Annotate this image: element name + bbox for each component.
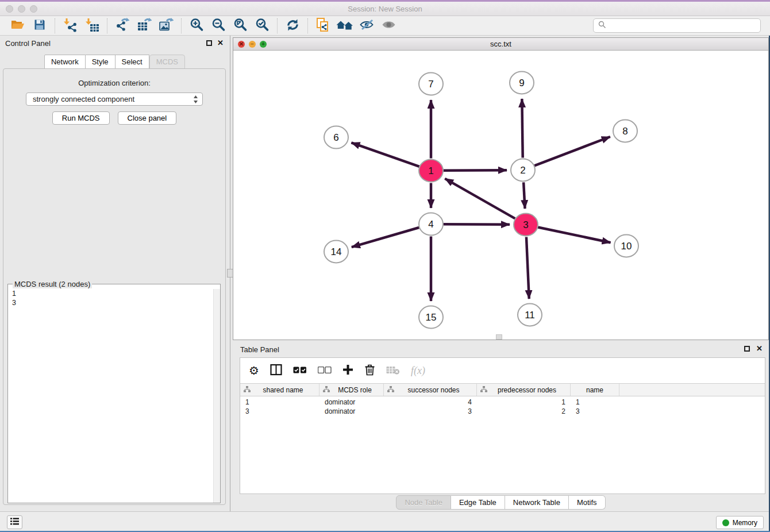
canvas-scroll-handle[interactable]: [496, 334, 502, 340]
network-minimize-button[interactable]: −: [249, 41, 256, 48]
edge-4-3[interactable]: [443, 224, 510, 225]
minimize-window-button[interactable]: [18, 5, 25, 13]
node-9[interactable]: 9: [510, 72, 534, 94]
export-image-button[interactable]: [155, 17, 177, 34]
edge-2-3[interactable]: [523, 182, 525, 209]
cell-name[interactable]: 3: [571, 407, 619, 417]
edge-1-2[interactable]: [443, 170, 507, 171]
cell-shared-name[interactable]: 1: [240, 398, 319, 407]
tab-motifs[interactable]: Motifs: [569, 495, 606, 510]
node-1[interactable]: 1: [419, 160, 443, 182]
network-graph: 1234678910111415: [233, 51, 768, 340]
toolbar-separator: [181, 18, 182, 33]
float-panel-icon[interactable]: [206, 40, 212, 46]
function-builder-icon: f(x): [411, 365, 425, 377]
tab-node-table[interactable]: Node Table: [396, 495, 451, 510]
edge-2-9[interactable]: [522, 99, 522, 158]
import-network-button[interactable]: [59, 17, 81, 34]
tab-select[interactable]: Select: [116, 55, 149, 69]
close-window-button[interactable]: [6, 5, 13, 13]
network-window-titlebar[interactable]: ✕ − + scc.txt: [233, 38, 768, 51]
zoom-out-button[interactable]: [207, 17, 229, 34]
function-builder-button[interactable]: f(x): [411, 365, 425, 377]
edge-4-14[interactable]: [352, 228, 419, 247]
node-10[interactable]: 10: [614, 235, 638, 257]
table-settings-button[interactable]: ⚙: [249, 365, 259, 376]
network-close-button[interactable]: ✕: [238, 41, 245, 48]
cell-shared-name[interactable]: 3: [240, 407, 319, 417]
task-history-button[interactable]: [7, 515, 22, 529]
node-2[interactable]: 2: [511, 159, 535, 182]
tab-mcds[interactable]: MCDS: [149, 55, 185, 70]
mcds-result-box: MCDS result (2 nodes) 13: [7, 284, 221, 503]
export-table-button[interactable]: [133, 17, 155, 34]
cell-predecessor-nodes[interactable]: 2: [477, 407, 571, 417]
cell-name[interactable]: 1: [571, 398, 619, 407]
run-mcds-button[interactable]: Run MCDS: [52, 111, 110, 125]
edge-3-10[interactable]: [538, 227, 611, 242]
column-header-MCDS-role[interactable]: MCDS role: [319, 384, 384, 396]
node-14[interactable]: 14: [324, 241, 348, 263]
column-header-predecessor-nodes[interactable]: predecessor nodes: [477, 384, 571, 396]
zoom-fit-icon: [233, 17, 248, 34]
edge-3-1[interactable]: [445, 179, 515, 218]
cell-MCDS-role[interactable]: dominator: [319, 407, 384, 417]
criterion-select[interactable]: strongly connected component: [26, 92, 203, 106]
unselect-all-columns-button[interactable]: [318, 367, 332, 375]
cell-successor-nodes[interactable]: 4: [384, 398, 477, 407]
tab-network[interactable]: Network: [44, 55, 86, 69]
close-panel-button[interactable]: Close panel: [118, 111, 177, 125]
node-4[interactable]: 4: [419, 213, 443, 236]
create-column-button[interactable]: [342, 364, 353, 377]
node-label: 7: [428, 79, 433, 90]
apply-layout-button[interactable]: [282, 17, 303, 34]
table-row[interactable]: 1dominator411: [240, 398, 765, 407]
zoom-in-button[interactable]: [186, 17, 207, 34]
node-3[interactable]: 3: [514, 214, 538, 236]
result-scrollbar[interactable]: [213, 289, 220, 503]
cell-MCDS-role[interactable]: dominator: [319, 398, 384, 407]
zoom-fit-button[interactable]: [229, 17, 251, 34]
split-panel-button[interactable]: [270, 364, 282, 377]
network-canvas[interactable]: 1234678910111415: [233, 51, 768, 340]
hide-graphics-details-button[interactable]: [356, 17, 378, 34]
close-panel-icon[interactable]: ✕: [217, 38, 224, 47]
import-table-button[interactable]: [81, 17, 103, 34]
edge-1-6[interactable]: [351, 142, 419, 167]
edge-2-8[interactable]: [534, 137, 610, 165]
node-6[interactable]: 6: [324, 126, 348, 149]
memory-status-button[interactable]: Memory: [716, 516, 764, 529]
network-maximize-button[interactable]: +: [260, 41, 267, 48]
float-table-panel-icon[interactable]: [744, 346, 750, 352]
save-session-button[interactable]: [29, 17, 51, 34]
node-11[interactable]: 11: [518, 304, 542, 326]
node-15[interactable]: 15: [419, 306, 443, 329]
node-7[interactable]: 7: [419, 73, 443, 95]
first-neighbors-button[interactable]: [334, 17, 356, 34]
node-8[interactable]: 8: [613, 120, 637, 142]
column-header-name[interactable]: name: [571, 384, 619, 396]
edge-3-11[interactable]: [526, 237, 529, 299]
export-network-button[interactable]: [111, 17, 133, 34]
unchecked-boxes-icon: [318, 367, 332, 375]
show-graphics-details-button[interactable]: [378, 17, 399, 34]
table-row[interactable]: 3dominator323: [240, 407, 765, 417]
tab-network-table[interactable]: Network Table: [505, 495, 569, 510]
duplicate-network-button[interactable]: [312, 17, 334, 34]
tab-edge-table[interactable]: Edge Table: [451, 495, 505, 510]
plus-icon: [342, 364, 353, 377]
tab-style[interactable]: Style: [86, 55, 116, 69]
column-header-successor-nodes[interactable]: successor nodes: [384, 384, 477, 396]
search-input[interactable]: [593, 18, 761, 33]
select-all-columns-button[interactable]: [293, 367, 307, 375]
delete-columns-button[interactable]: [364, 364, 375, 377]
column-header-shared-name[interactable]: shared name: [240, 384, 319, 396]
close-table-panel-icon[interactable]: ✕: [756, 344, 763, 353]
zoom-window-button[interactable]: [30, 5, 37, 13]
cell-predecessor-nodes[interactable]: 1: [477, 398, 571, 407]
cell-successor-nodes[interactable]: 3: [384, 407, 477, 417]
eye-icon: [381, 18, 396, 33]
open-session-button[interactable]: [7, 17, 29, 34]
zoom-selected-button[interactable]: [251, 17, 273, 34]
delete-table-button[interactable]: [386, 365, 400, 376]
